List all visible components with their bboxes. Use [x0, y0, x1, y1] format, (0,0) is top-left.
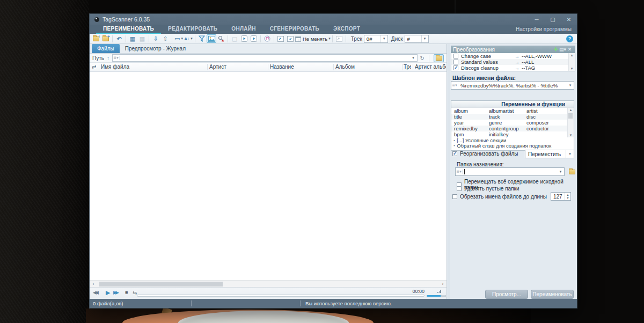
tab-files[interactable]: Файлы: [92, 44, 120, 53]
close-panel-icon[interactable]: ✕: [566, 47, 573, 52]
volume-slider[interactable]: [427, 295, 441, 297]
variable[interactable]: title: [451, 114, 489, 120]
run-all-icon[interactable]: [249, 34, 259, 43]
truncate-length-value[interactable]: 127: [551, 194, 565, 200]
import-window-icon[interactable]: [276, 34, 286, 43]
help-icon[interactable]: ?: [566, 35, 573, 42]
chevron-down-icon[interactable]: ▾: [380, 35, 387, 42]
scroll-down-icon[interactable]: ▾: [570, 133, 572, 137]
reorganize-row[interactable]: ✓ Реорганизовать файлы: [452, 151, 518, 157]
template-list-icon[interactable]: ≣▾: [113, 56, 120, 60]
column-divider[interactable]: [207, 64, 208, 70]
move-up-icon[interactable]: ⇧: [160, 34, 170, 43]
variable[interactable]: track: [489, 114, 526, 120]
sort-dropdown-icon[interactable]: A↓▾: [184, 34, 193, 43]
path-combo[interactable]: ≣▾ ▾: [112, 54, 418, 62]
transform-row[interactable]: Change case → --ALL,-WWW: [451, 53, 568, 59]
checkbox[interactable]: [453, 54, 458, 58]
preview-button[interactable]: Просмотр...: [485, 290, 528, 299]
volume-slider-track[interactable]: [441, 295, 446, 297]
chevron-down-icon[interactable]: ▾: [567, 83, 574, 87]
browse-folder-button[interactable]: [434, 54, 444, 62]
add-folder-icon[interactable]: +: [101, 34, 111, 43]
file-list[interactable]: [90, 72, 447, 280]
spinner-steppers[interactable]: ▲▼: [565, 193, 570, 200]
template-list-icon[interactable]: ≣▾: [456, 170, 463, 174]
open-folder-icon[interactable]: ↑: [91, 34, 101, 43]
variable[interactable]: album: [451, 108, 489, 114]
selection-mode-dropdown-icon[interactable]: ▭▾: [174, 34, 184, 43]
column-albumartist[interactable]: Артист альбома: [415, 63, 446, 71]
destination-browse-button[interactable]: [567, 168, 577, 176]
variable[interactable]: year: [451, 120, 489, 126]
column-album[interactable]: Альбом: [335, 63, 400, 71]
column-divider[interactable]: [333, 64, 334, 70]
menu-edit[interactable]: РЕДАКТИРОВАТЬ: [161, 25, 224, 34]
chevron-down-icon[interactable]: ▾: [410, 56, 417, 60]
scroll-down-icon[interactable]: ▾: [571, 67, 573, 71]
variable[interactable]: bpm: [451, 131, 489, 137]
variables-list[interactable]: album albumartist artist title track dis…: [451, 108, 574, 137]
chevron-down-icon[interactable]: ▾: [566, 150, 574, 158]
next-track-icon[interactable]: ▶▶: [113, 290, 118, 295]
disc-format-combo[interactable]: # ▾: [405, 35, 429, 43]
scrollbar-thumb[interactable]: [99, 282, 223, 287]
delete-empty-row[interactable]: Удалять пустые папки: [457, 186, 519, 192]
variable[interactable]: conductor: [526, 126, 567, 131]
variable[interactable]: disc: [526, 114, 567, 120]
album-art-toggle-icon[interactable]: [207, 34, 216, 43]
menu-export[interactable]: ЭКСПОРТ: [326, 25, 367, 34]
reorganize-checkbox[interactable]: ✓: [452, 151, 457, 156]
previous-track-icon[interactable]: ◀◀: [93, 290, 97, 295]
variable[interactable]: contentgroup: [489, 126, 526, 131]
filter-icon[interactable]: [197, 34, 207, 43]
file-date-dropdown[interactable]: Не менять ▾: [295, 34, 331, 43]
stop-icon[interactable]: ■: [125, 290, 128, 295]
variables-row[interactable]: remixedby contentgroup conductor: [451, 126, 567, 131]
vertical-scrollbar[interactable]: ▴▾: [567, 108, 574, 137]
checkbox[interactable]: [453, 60, 458, 64]
column-divider[interactable]: [402, 64, 402, 70]
variable[interactable]: genre: [489, 120, 526, 126]
move-down-icon[interactable]: ⇩: [151, 34, 160, 43]
export-window-icon[interactable]: [286, 34, 295, 43]
variable[interactable]: composer: [526, 120, 567, 126]
menu-rename[interactable]: ПЕРЕИМЕНОВАТЬ: [96, 25, 161, 34]
variable[interactable]: artist: [526, 108, 567, 114]
select-all-icon[interactable]: ▦: [128, 34, 137, 43]
variable[interactable]: albumartist: [489, 108, 526, 114]
tab-preview-log[interactable]: Предпросмотр - Журнал: [120, 44, 191, 53]
play-icon[interactable]: ▶: [106, 289, 110, 296]
folder-up-icon[interactable]: ↑: [107, 55, 109, 61]
template-combo[interactable]: ≣▾ %remixedby%%track%. %artist% - %title…: [451, 81, 574, 90]
minimize-icon[interactable]: ─: [529, 14, 545, 25]
horizontal-scrollbar[interactable]: ‹ ›: [90, 280, 447, 287]
menu-online[interactable]: ОНЛАЙН: [224, 25, 262, 34]
vertical-scrollbar[interactable]: ▴▾: [568, 53, 575, 71]
truncate-row[interactable]: Обрезать имена файлов до длины: [452, 194, 547, 200]
column-divider[interactable]: [99, 64, 99, 70]
column-artist[interactable]: Артист: [209, 63, 266, 71]
shuffle-column-icon[interactable]: ⇄: [92, 63, 96, 71]
variables-row[interactable]: year genre composer: [451, 120, 567, 126]
itunes-sync-icon[interactable]: [262, 34, 272, 43]
truncate-length-spinner[interactable]: 127 ▲▼: [551, 192, 571, 201]
variable[interactable]: remixedby: [451, 126, 489, 131]
transform-row[interactable]: Standard values → --ALL: [451, 59, 568, 65]
seek-bar[interactable]: [137, 295, 425, 297]
menu-generate[interactable]: СГЕНЕРИРОВАТЬ: [263, 25, 326, 34]
scroll-left-icon[interactable]: ‹: [90, 281, 97, 287]
run-preview-icon[interactable]: [239, 34, 249, 43]
clear-search-icon[interactable]: [216, 34, 226, 43]
column-track[interactable]: Трек: [404, 63, 411, 71]
destination-combo[interactable]: ≣▾ ▾: [455, 167, 565, 176]
close-icon[interactable]: ✕: [561, 14, 577, 25]
chevron-down-icon[interactable]: ▾: [557, 170, 564, 174]
column-filename[interactable]: Имя файла: [101, 63, 206, 71]
maximize-icon[interactable]: ▢: [545, 14, 561, 25]
undo-icon[interactable]: ↶: [114, 34, 124, 43]
variable[interactable]: initialkey: [489, 131, 526, 137]
variables-row[interactable]: title track disc: [451, 114, 567, 120]
scroll-up-icon[interactable]: ▴: [570, 108, 572, 112]
delete-empty-checkbox[interactable]: [457, 186, 462, 191]
